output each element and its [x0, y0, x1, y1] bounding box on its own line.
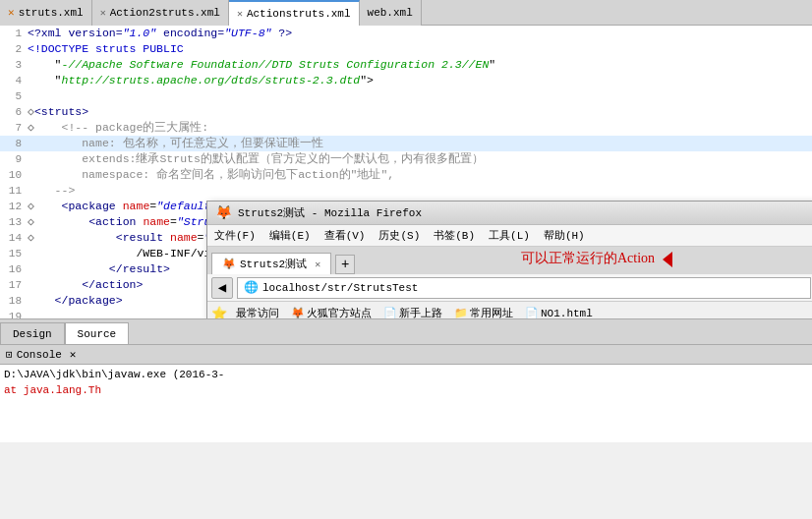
console-icon: ⊡	[6, 348, 13, 361]
console-title: Console	[17, 349, 62, 361]
console-content: D:\JAVA\jdk\bin\javaw.exe (2016-3- at ja…	[0, 365, 812, 400]
url-text: localhost/str/StrutsTest	[262, 282, 418, 294]
firefox-address-bar: ◀ 🌐 localhost/str/StrutsTest	[207, 274, 812, 302]
globe-icon: 🌐	[244, 280, 259, 295]
menu-edit[interactable]: 编辑(E)	[266, 227, 314, 244]
firefox-tab-bar: 🦊 Struts2测试 ✕ +	[207, 247, 812, 274]
menu-bookmarks[interactable]: 书签(B)	[431, 227, 478, 244]
firefox-icon: 🦊	[215, 204, 232, 221]
firefox-menubar: 文件(F) 编辑(E) 查看(V) 历史(S) 书签(B) 工具(L) 帮助(H…	[207, 225, 812, 247]
bookmark-most-visited[interactable]: 最常访问	[233, 305, 282, 318]
menu-help[interactable]: 帮助(H)	[541, 227, 588, 244]
tab-design[interactable]: Design	[0, 322, 65, 344]
code-line-7: 7 ◇ <!-- package的三大属性:	[0, 120, 812, 136]
code-line-10: 10 namespace: 命名空间名，影响访问包下action的"地址",	[0, 167, 812, 183]
tab-close-icon[interactable]: ✕	[315, 259, 320, 270]
bookmark-no1[interactable]: 📄NO1.html	[522, 306, 596, 318]
tab-favicon: 🦊	[222, 258, 236, 270]
firefox-titlebar: 🦊 Struts2测试 - Mozilla Firefox	[207, 202, 812, 225]
console-panel: ⊡ Console ✕ D:\JAVA\jdk\bin\javaw.exe (2…	[0, 344, 812, 442]
code-editor: 1 <?xml version="1.0" encoding="UTF-8" ?…	[0, 26, 812, 318]
menu-history[interactable]: 历史(S)	[376, 227, 423, 244]
tab-label: Actionstruts.xml	[247, 8, 351, 20]
tab-actionstruts-xml[interactable]: ✕ Actionstruts.xml	[229, 0, 360, 26]
menu-view[interactable]: 查看(V)	[321, 227, 369, 244]
console-text-1: D:\JAVA\jdk\bin\javaw.exe (2016-3-	[4, 369, 224, 380]
bookmark-folder-icon: 📁	[454, 307, 468, 318]
firefox-title: Struts2测试 - Mozilla Firefox	[238, 205, 422, 220]
tab-label: web.xml	[368, 7, 413, 19]
menu-tools[interactable]: 工具(L)	[486, 227, 533, 244]
code-line-5: 5	[0, 88, 812, 104]
bookmark-file-icon: 📄	[525, 307, 539, 318]
tab-web-xml[interactable]: web.xml	[360, 0, 422, 26]
bookmark-new-icon: 📄	[383, 307, 397, 318]
url-input[interactable]: 🌐 localhost/str/StrutsTest	[237, 277, 811, 299]
tab-source-label: Source	[78, 328, 117, 340]
code-line-8: 8 name: 包名称，可任意定义，但要保证唯一性	[0, 136, 812, 151]
tab-icon: ✕	[8, 6, 15, 19]
code-line-4: 4 "http://struts.apache.org/dtds/struts-…	[0, 73, 812, 88]
code-line-3: 3 "-//Apache Software Foundation//DTD St…	[0, 57, 812, 73]
console-header: ⊡ Console ✕	[0, 345, 812, 365]
firefox-bookmarks-bar: ⭐ 最常访问 🦊火狐官方站点 📄新手上路 📁常用网址 📄NO1.html	[207, 302, 812, 318]
tab-close-icon[interactable]: ✕	[237, 8, 243, 20]
console-text-2: at java.lang.Th	[4, 384, 101, 396]
tab-label: struts.xml	[19, 7, 84, 19]
tab-source[interactable]: Source	[65, 322, 130, 344]
back-button[interactable]: ◀	[211, 277, 233, 299]
bookmark-firefox-official[interactable]: 🦊火狐官方站点	[288, 305, 375, 318]
tab-design-label: Design	[13, 328, 52, 340]
editor-tabs-bar: ✕ struts.xml ✕ Action2struts.xml ✕ Actio…	[0, 0, 812, 26]
code-line-9: 9 extends:继承Struts的默认配置（官方定义的一个默认包，内有很多配…	[0, 151, 812, 167]
menu-file[interactable]: 文件(F)	[211, 227, 259, 244]
console-close-icon[interactable]: ✕	[70, 348, 77, 361]
firefox-window: 🦊 Struts2测试 - Mozilla Firefox 文件(F) 编辑(E…	[206, 201, 812, 318]
code-line-6: 6 ◇<struts>	[0, 104, 812, 120]
tab-action2struts-xml[interactable]: ✕ Action2struts.xml	[92, 0, 229, 26]
design-source-tabs: Design Source	[0, 318, 812, 344]
new-tab-button[interactable]: +	[335, 255, 355, 274]
tab-struts-xml[interactable]: ✕ struts.xml	[0, 0, 92, 26]
code-line-1: 1 <?xml version="1.0" encoding="UTF-8" ?…	[0, 26, 812, 41]
console-line-1: D:\JAVA\jdk\bin\javaw.exe (2016-3-	[4, 367, 808, 382]
tab-label: Action2struts.xml	[110, 7, 220, 19]
console-line-2: at java.lang.Th	[4, 382, 808, 398]
code-line-2: 2 <!DOCTYPE struts PUBLIC	[0, 41, 812, 57]
annotation-can-run-action: 可以正常运行的Action	[521, 250, 672, 267]
bookmark-icon: ⭐	[211, 306, 227, 319]
bookmark-beginner[interactable]: 📄新手上路	[380, 305, 445, 318]
firefox-tab-active[interactable]: 🦊 Struts2测试 ✕	[211, 253, 331, 274]
tab-title: Struts2测试	[240, 257, 307, 271]
bookmark-icon: 🦊	[291, 307, 305, 318]
tab-close-icon[interactable]: ✕	[100, 7, 106, 19]
bookmark-common-sites[interactable]: 📁常用网址	[451, 305, 516, 318]
code-line-11: 11 -->	[0, 183, 812, 199]
